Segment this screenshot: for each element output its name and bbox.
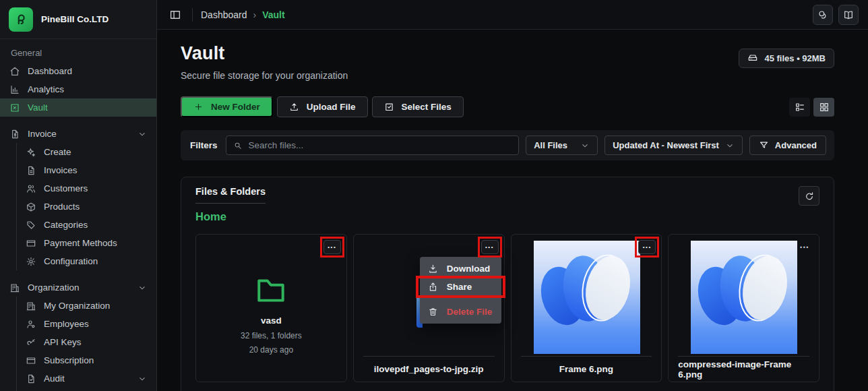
stats-text: 45 files • 92MB bbox=[764, 53, 826, 63]
sidebar-item-label: Vault bbox=[28, 102, 48, 113]
folder-updated: 20 days ago bbox=[249, 345, 293, 355]
sidebar-group-organization[interactable]: Organization bbox=[0, 278, 156, 297]
sidebar-item-label: Employees bbox=[44, 319, 89, 329]
upload-file-button[interactable]: Upload File bbox=[277, 96, 368, 117]
currency-button[interactable] bbox=[813, 5, 833, 25]
gear-icon bbox=[26, 256, 36, 267]
list-view-icon bbox=[795, 102, 805, 113]
select-files-label: Select Files bbox=[402, 102, 452, 112]
menu-item-delete-file[interactable]: Delete File bbox=[420, 303, 501, 321]
sidebar-item-label: Dashboard bbox=[28, 66, 72, 76]
users-icon bbox=[26, 183, 36, 194]
breadcrumb-vault: Vault bbox=[262, 9, 284, 20]
sidebar-toggle-button[interactable] bbox=[166, 6, 184, 24]
sidebar-item-vault[interactable]: Vault bbox=[0, 98, 156, 117]
sidebar-item-label: My Organization bbox=[44, 301, 110, 311]
sidebar-item-subscription[interactable]: Subscription bbox=[17, 351, 156, 369]
sidebar-item-create[interactable]: Create bbox=[17, 143, 156, 161]
sidebar-item-partial[interactable] bbox=[17, 388, 156, 391]
sidebar-group-label: Invoice bbox=[28, 129, 57, 139]
credit-card-icon bbox=[26, 355, 36, 366]
chevron-down-icon bbox=[137, 129, 147, 139]
view-toggles bbox=[789, 98, 834, 117]
sidebar-group-invoice[interactable]: Invoice bbox=[0, 125, 156, 143]
file-card-compressed-frame6[interactable]: ••• compressed-image-Frame 6.png bbox=[668, 234, 819, 382]
sidebar-item-audit[interactable]: Audit bbox=[17, 369, 156, 388]
list-view-button[interactable] bbox=[789, 98, 810, 117]
sidebar-item-label: Analytics bbox=[28, 84, 64, 94]
grid-view-button[interactable] bbox=[813, 98, 834, 117]
file-type-select[interactable]: All Files bbox=[526, 136, 598, 155]
sparkle-icon bbox=[26, 147, 36, 158]
filters-label: Filters bbox=[189, 140, 219, 150]
sidebar-item-invoices[interactable]: Invoices bbox=[17, 161, 156, 179]
share-icon bbox=[428, 282, 438, 292]
sidebar-item-label: Payment Methods bbox=[44, 238, 117, 248]
sidebar-item-label: Products bbox=[44, 202, 80, 212]
more-options-button[interactable]: ••• bbox=[796, 240, 813, 254]
topbar: Dashboard › Vault bbox=[157, 0, 868, 30]
folder-icon bbox=[251, 273, 290, 307]
sidebar: PineBill Co.LTD General Dashboard Analyt… bbox=[0, 0, 157, 391]
brand[interactable]: PineBill Co.LTD bbox=[0, 0, 156, 39]
sidebar-item-payment-methods[interactable]: Payment Methods bbox=[17, 234, 156, 252]
sidebar-item-label: Invoices bbox=[44, 165, 78, 175]
menu-item-share[interactable]: Share bbox=[420, 278, 501, 296]
sidebar-item-api-keys[interactable]: API Keys bbox=[17, 333, 156, 351]
topbar-divider bbox=[192, 8, 193, 22]
breadcrumb: Dashboard › Vault bbox=[201, 9, 285, 20]
vault-icon bbox=[9, 102, 20, 113]
grid-view-icon bbox=[819, 102, 830, 113]
building-icon bbox=[9, 282, 20, 293]
folder-card-vasd[interactable]: ••• vasd 32 files, 1 folders 20 days ago bbox=[195, 234, 347, 382]
sidebar-item-products[interactable]: Products bbox=[17, 198, 156, 216]
sidebar-item-my-organization[interactable]: My Organization bbox=[17, 297, 156, 315]
search-input[interactable] bbox=[249, 140, 512, 150]
sidebar-item-employees[interactable]: Employees bbox=[17, 315, 156, 333]
new-folder-button[interactable]: New Folder bbox=[181, 96, 273, 117]
person-icon bbox=[26, 319, 36, 330]
plus-icon bbox=[193, 102, 204, 112]
book-icon bbox=[843, 9, 854, 20]
file-type-value: All Files bbox=[534, 140, 567, 150]
image-thumbnail bbox=[534, 241, 640, 354]
invoice-icon bbox=[9, 129, 20, 140]
chevron-down-icon bbox=[725, 141, 735, 150]
checkbox-icon bbox=[384, 102, 394, 112]
chevron-down-icon bbox=[137, 283, 147, 293]
file-card-zip[interactable]: ••• Download Share bbox=[353, 234, 505, 382]
sidebar-item-categories[interactable]: Categories bbox=[17, 216, 156, 234]
file-name: ilovepdf_pages-to-jpg.zip bbox=[374, 364, 484, 374]
advanced-filter-button[interactable]: Advanced bbox=[749, 136, 826, 155]
sidebar-item-configuration[interactable]: Configuration bbox=[17, 252, 156, 270]
docs-button[interactable] bbox=[838, 5, 859, 25]
more-options-button[interactable]: ••• bbox=[638, 240, 656, 254]
sidebar-item-label: Subscription bbox=[44, 355, 94, 365]
file-text-icon bbox=[26, 165, 36, 176]
sort-select[interactable]: Updated At - Newest First bbox=[604, 136, 743, 155]
panel-title: Files & Folders bbox=[195, 186, 266, 204]
sidebar-item-customers[interactable]: Customers bbox=[17, 179, 156, 198]
select-files-button[interactable]: Select Files bbox=[372, 96, 464, 117]
chevron-down-icon bbox=[580, 141, 590, 150]
sidebar-item-label: Customers bbox=[44, 183, 88, 193]
search-box bbox=[226, 136, 520, 155]
coins-icon bbox=[817, 9, 828, 20]
sidebar-item-label: API Keys bbox=[44, 337, 82, 347]
file-card-frame6[interactable]: ••• Frame 6.png bbox=[511, 234, 662, 382]
sidebar-item-dashboard[interactable]: Dashboard bbox=[0, 62, 156, 80]
upload-file-label: Upload File bbox=[307, 102, 356, 112]
menu-item-download[interactable]: Download bbox=[420, 260, 501, 278]
storage-stats-badge: 45 files • 92MB bbox=[739, 49, 834, 68]
sidebar-item-label: Create bbox=[44, 147, 71, 157]
credit-card-icon bbox=[26, 238, 36, 249]
more-options-button[interactable]: ••• bbox=[481, 240, 499, 254]
more-options-button[interactable]: ••• bbox=[323, 240, 341, 254]
refresh-button[interactable] bbox=[799, 186, 819, 206]
sidebar-item-analytics[interactable]: Analytics bbox=[0, 80, 156, 98]
breadcrumb-dashboard[interactable]: Dashboard bbox=[201, 9, 247, 20]
sort-value: Updated At - Newest First bbox=[613, 140, 719, 150]
sidebar-nav: General Dashboard Analytics Vault Invoic… bbox=[0, 39, 156, 391]
search-icon bbox=[233, 141, 243, 150]
bar-chart-icon bbox=[9, 84, 20, 95]
